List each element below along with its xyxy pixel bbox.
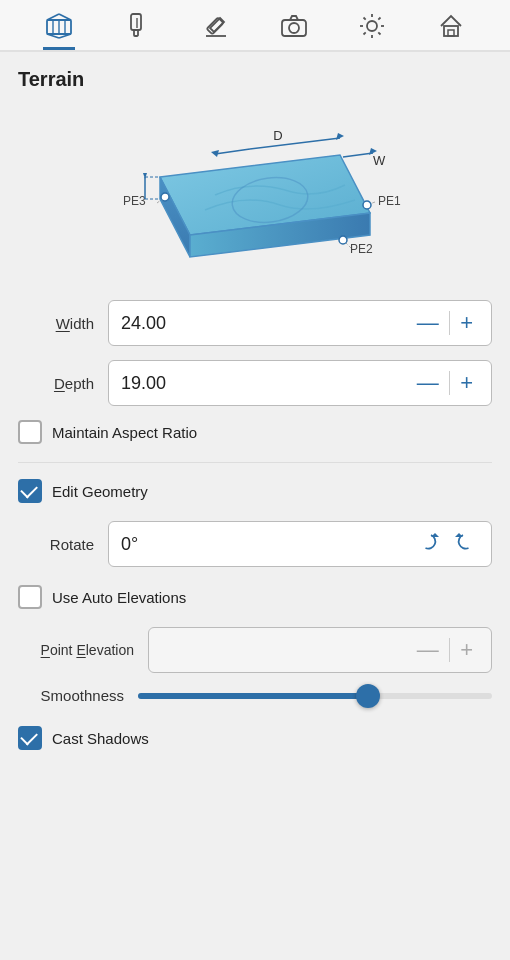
svg-text:D: D — [273, 128, 282, 143]
svg-text:PE1: PE1 — [378, 194, 401, 208]
maintain-aspect-ratio-label: Maintain Aspect Ratio — [52, 424, 197, 441]
depth-divider — [449, 371, 451, 395]
svg-rect-24 — [444, 26, 458, 36]
house-tool-button[interactable] — [435, 10, 467, 50]
point-elevation-input-box[interactable]: — + — [148, 627, 492, 673]
depth-label: Depth — [18, 375, 108, 392]
svg-line-33 — [343, 153, 373, 157]
svg-line-21 — [379, 32, 381, 34]
main-panel: Terrain — [0, 52, 510, 784]
rotate-counter-clockwise-button[interactable] — [447, 531, 479, 558]
svg-point-40 — [161, 193, 169, 201]
use-auto-elevations-row[interactable]: Use Auto Elevations — [18, 585, 492, 609]
cast-shadows-checkbox[interactable] — [18, 726, 42, 750]
width-plus-button[interactable]: + — [454, 310, 479, 336]
svg-point-14 — [289, 23, 299, 33]
maintain-aspect-ratio-checkbox[interactable] — [18, 420, 42, 444]
point-elevation-divider — [449, 638, 451, 662]
svg-line-20 — [364, 18, 366, 20]
smoothness-slider-thumb[interactable] — [356, 684, 380, 708]
cast-shadows-row[interactable]: Cast Shadows — [18, 726, 492, 750]
point-elevation-minus-button[interactable]: — — [411, 637, 445, 663]
depth-input-box[interactable]: 19.00 — + — [108, 360, 492, 406]
svg-marker-35 — [211, 150, 219, 157]
rotate-label: Rotate — [18, 536, 108, 553]
svg-rect-9 — [134, 30, 138, 36]
separator-1 — [18, 462, 492, 463]
width-value: 24.00 — [121, 313, 411, 334]
smoothness-label: Smoothness — [18, 687, 138, 704]
svg-point-15 — [367, 21, 377, 31]
smoothness-slider-fill — [138, 693, 368, 699]
width-label: Width — [18, 315, 108, 332]
terrain-tool-button[interactable] — [43, 10, 75, 50]
svg-line-34 — [215, 149, 250, 154]
smoothness-row: Smoothness — [18, 687, 492, 704]
point-elevation-label: Point Elevation — [18, 642, 148, 658]
eraser-tool-button[interactable] — [200, 10, 232, 50]
svg-line-23 — [364, 32, 366, 34]
use-auto-elevations-checkbox[interactable] — [18, 585, 42, 609]
rotate-row: Rotate 0° — [18, 521, 492, 567]
edit-geometry-checkbox[interactable] — [18, 479, 42, 503]
terrain-diagram: D W PE3 PE1 — [18, 105, 492, 280]
depth-plus-button[interactable]: + — [454, 370, 479, 396]
svg-text:PE3: PE3 — [123, 194, 146, 208]
rotate-input-box[interactable]: 0° — [108, 521, 492, 567]
svg-line-31 — [250, 138, 340, 149]
camera-tool-button[interactable] — [278, 10, 310, 50]
point-elevation-plus-button[interactable]: + — [454, 637, 479, 663]
use-auto-elevations-label: Use Auto Elevations — [52, 589, 186, 606]
svg-rect-8 — [131, 14, 141, 30]
light-tool-button[interactable] — [356, 10, 388, 50]
svg-point-43 — [363, 201, 371, 209]
width-divider — [449, 311, 451, 335]
depth-minus-button[interactable]: — — [411, 370, 445, 396]
width-input-box[interactable]: 24.00 — + — [108, 300, 492, 346]
cast-shadows-label: Cast Shadows — [52, 730, 149, 747]
rotate-value: 0° — [121, 534, 415, 555]
smoothness-slider-track[interactable] — [138, 693, 492, 699]
point-elevation-row: Point Elevation — + — [18, 627, 492, 673]
svg-marker-48 — [143, 173, 147, 179]
svg-text:W: W — [373, 153, 386, 168]
svg-line-22 — [379, 18, 381, 20]
width-minus-button[interactable]: — — [411, 310, 445, 336]
svg-rect-25 — [448, 30, 454, 36]
svg-marker-36 — [336, 133, 344, 140]
rotate-clockwise-button[interactable] — [415, 531, 447, 558]
brush-tool-button[interactable] — [121, 10, 153, 50]
maintain-aspect-ratio-row[interactable]: Maintain Aspect Ratio — [18, 420, 492, 444]
toolbar — [0, 0, 510, 52]
depth-row: Depth 19.00 — + — [18, 360, 492, 406]
svg-point-46 — [339, 236, 347, 244]
page-title: Terrain — [18, 68, 492, 91]
depth-value: 19.00 — [121, 373, 411, 394]
width-row: Width 24.00 — + — [18, 300, 492, 346]
edit-geometry-label: Edit Geometry — [52, 483, 148, 500]
edit-geometry-row[interactable]: Edit Geometry — [18, 479, 492, 503]
svg-text:PE2: PE2 — [350, 242, 373, 256]
